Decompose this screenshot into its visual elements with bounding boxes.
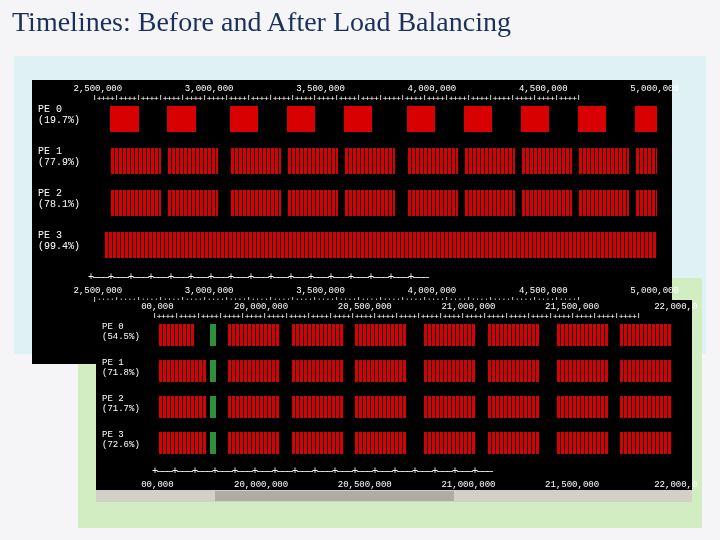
activity-segment[interactable]: [353, 324, 408, 346]
activity-segment[interactable]: [406, 106, 437, 132]
activity-segment[interactable]: [343, 148, 396, 174]
tick-label: 3,000,000: [185, 84, 234, 94]
activity-segment[interactable]: [157, 360, 207, 382]
activity-segment[interactable]: [422, 432, 477, 454]
activity-segment[interactable]: [229, 148, 282, 174]
activity-segment[interactable]: [634, 190, 659, 216]
activity-segment[interactable]: [555, 396, 610, 418]
tick-label: 20,500,000: [338, 480, 392, 490]
activity-segment[interactable]: [577, 148, 630, 174]
activity-segment[interactable]: [406, 148, 459, 174]
activity-segment[interactable]: [226, 396, 281, 418]
activity-segment[interactable]: [520, 148, 573, 174]
load-balance-marker: [210, 432, 216, 454]
activity-segment[interactable]: [226, 324, 281, 346]
activity-segment[interactable]: [463, 106, 494, 132]
activity-segment[interactable]: [103, 232, 658, 258]
activity-segment[interactable]: [166, 106, 197, 132]
tick-label: 4,500,000: [519, 84, 568, 94]
activity-segment[interactable]: [290, 432, 345, 454]
activity-segment[interactable]: [486, 324, 541, 346]
pe-track[interactable]: [92, 190, 662, 216]
activity-segment[interactable]: [229, 106, 260, 132]
tick-label: 21,500,000: [545, 302, 599, 312]
activity-segment[interactable]: [109, 106, 140, 132]
activity-segment[interactable]: [109, 190, 162, 216]
pe-label: PE 3 (72.6%): [102, 430, 140, 450]
tick-label: 20,500,000: [338, 302, 392, 312]
pe-label: PE 3 (99.4%): [38, 230, 80, 252]
activity-segment[interactable]: [343, 190, 396, 216]
activity-segment[interactable]: [157, 432, 207, 454]
activity-segment[interactable]: [166, 190, 219, 216]
pe-label: PE 0 (54.5%): [102, 322, 140, 342]
activity-segment[interactable]: [422, 324, 477, 346]
page-title: Timelines: Before and After Load Balanci…: [12, 6, 511, 38]
activity-segment[interactable]: [634, 148, 659, 174]
pe-track[interactable]: [152, 360, 682, 382]
tick-label: 3,500,000: [296, 84, 345, 94]
activity-segment[interactable]: [109, 148, 162, 174]
activity-segment[interactable]: [286, 148, 339, 174]
activity-segment[interactable]: [406, 190, 459, 216]
load-balance-marker: [210, 324, 216, 346]
activity-segment[interactable]: [353, 360, 408, 382]
ruler-divider-after: +———+———+———+———+———+———+———+———+———+———…: [152, 466, 684, 478]
activity-segment[interactable]: [520, 190, 573, 216]
activity-segment[interactable]: [290, 324, 345, 346]
activity-segment[interactable]: [422, 396, 477, 418]
activity-segment[interactable]: [618, 396, 673, 418]
activity-segment[interactable]: [463, 190, 516, 216]
activity-segment[interactable]: [577, 106, 608, 132]
activity-segment[interactable]: [343, 106, 374, 132]
tick-label: 4,000,000: [408, 286, 457, 296]
pe-track[interactable]: [92, 232, 662, 258]
activity-segment[interactable]: [463, 148, 516, 174]
pe-label: PE 1 (77.9%): [38, 146, 80, 168]
activity-segment[interactable]: [486, 396, 541, 418]
activity-segment[interactable]: [226, 432, 281, 454]
activity-segment[interactable]: [353, 432, 408, 454]
activity-segment[interactable]: [555, 432, 610, 454]
activity-segment[interactable]: [290, 396, 345, 418]
tick-label: 2,500,000: [73, 286, 122, 296]
tick-label: 00,000: [141, 480, 173, 490]
activity-segment[interactable]: [618, 324, 673, 346]
page: Timelines: Before and After Load Balanci…: [0, 0, 720, 540]
activity-segment[interactable]: [520, 106, 551, 132]
tick-label: 21,000,000: [441, 302, 495, 312]
pe-track[interactable]: [152, 324, 682, 346]
activity-segment[interactable]: [555, 360, 610, 382]
activity-segment[interactable]: [226, 360, 281, 382]
activity-segment[interactable]: [555, 324, 610, 346]
activity-segment[interactable]: [422, 360, 477, 382]
activity-segment[interactable]: [634, 106, 659, 132]
scrollbar[interactable]: [96, 490, 692, 502]
pe-track[interactable]: [92, 106, 662, 132]
activity-segment[interactable]: [157, 396, 207, 418]
pe-track[interactable]: [92, 148, 662, 174]
activity-segment[interactable]: [618, 432, 673, 454]
activity-segment[interactable]: [486, 360, 541, 382]
pe-row: PE 0 (54.5%): [102, 320, 684, 356]
activity-segment[interactable]: [286, 106, 317, 132]
activity-segment[interactable]: [286, 190, 339, 216]
pe-track[interactable]: [152, 432, 682, 454]
pe-row: PE 2 (78.1%): [38, 186, 664, 228]
activity-segment[interactable]: [618, 360, 673, 382]
pe-row: PE 1 (77.9%): [38, 144, 664, 186]
tick-label: 21,500,000: [545, 480, 599, 490]
tick-label: 5,000,000: [630, 84, 679, 94]
activity-segment[interactable]: [577, 190, 630, 216]
tick-label: 3,000,000: [185, 286, 234, 296]
activity-segment[interactable]: [157, 324, 196, 346]
activity-segment[interactable]: [486, 432, 541, 454]
activity-segment[interactable]: [353, 396, 408, 418]
activity-segment[interactable]: [229, 190, 282, 216]
load-balance-marker: [210, 360, 216, 382]
tick-label: 22,000,0: [654, 302, 697, 312]
scrollbar-thumb[interactable]: [215, 491, 453, 501]
activity-segment[interactable]: [166, 148, 219, 174]
activity-segment[interactable]: [290, 360, 345, 382]
pe-track[interactable]: [152, 396, 682, 418]
